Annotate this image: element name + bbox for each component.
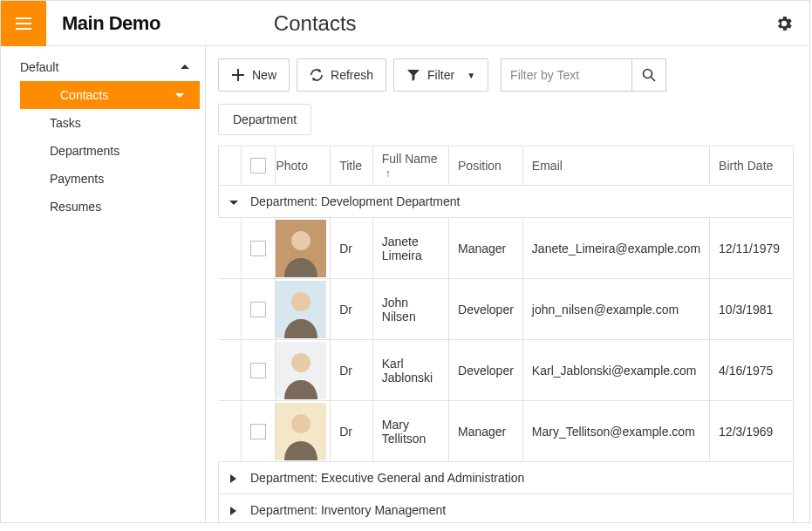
column-header-full-name-label: Full Name bbox=[382, 152, 438, 166]
plus-icon bbox=[231, 68, 245, 82]
cell-email: Mary_Tellitson@example.com bbox=[522, 401, 709, 462]
column-header-position[interactable]: Position bbox=[449, 146, 523, 186]
cell-birth-date: 12/11/1979 bbox=[710, 218, 794, 279]
sidebar-group-default[interactable]: Default bbox=[1, 53, 205, 81]
group-label: Department: Inventory Management bbox=[250, 503, 446, 517]
cell-title: Dr bbox=[331, 218, 373, 279]
filter-button-label: Filter bbox=[427, 68, 454, 82]
refresh-button[interactable]: Refresh bbox=[297, 58, 386, 92]
column-header-birth-date[interactable]: Birth Date bbox=[710, 146, 794, 186]
sort-asc-icon: ↑ bbox=[386, 167, 391, 180]
group-chip-department[interactable]: Department bbox=[218, 104, 311, 135]
refresh-icon bbox=[310, 68, 324, 82]
group-panel: Department bbox=[218, 104, 794, 135]
contact-photo bbox=[276, 281, 326, 338]
new-button[interactable]: New bbox=[218, 58, 290, 92]
caret-right-icon bbox=[226, 474, 242, 483]
cell-email: Janete_Limeira@example.com bbox=[522, 218, 709, 279]
sidebar-group-label: Default bbox=[20, 60, 58, 74]
cell-position: Manager bbox=[449, 218, 523, 279]
svg-point-8 bbox=[291, 414, 310, 433]
cell-full-name: Mary Tellitson bbox=[372, 401, 448, 462]
column-header-expand bbox=[219, 146, 242, 186]
caret-down-icon bbox=[226, 198, 242, 207]
hamburger-icon bbox=[13, 13, 34, 34]
cell-title: Dr bbox=[331, 279, 373, 340]
svg-point-6 bbox=[291, 353, 310, 372]
column-header-title[interactable]: Title bbox=[331, 146, 373, 186]
search-icon bbox=[642, 68, 656, 82]
page-title: Contacts bbox=[274, 11, 357, 36]
sidebar-item-tasks[interactable]: Tasks bbox=[1, 109, 205, 137]
filter-icon bbox=[406, 68, 420, 82]
cell-position: Manager bbox=[449, 401, 523, 462]
contact-photo bbox=[276, 220, 326, 277]
group-label: Department: Development Department bbox=[250, 194, 460, 208]
select-all-checkbox[interactable] bbox=[250, 158, 266, 174]
svg-point-0 bbox=[644, 70, 652, 78]
group-row[interactable]: Department: Development Department bbox=[219, 186, 794, 218]
cell-email: john_nilsen@example.com bbox=[522, 279, 709, 340]
table-row[interactable]: DrKarl JablonskiDeveloperKarl_Jablonski@… bbox=[219, 340, 794, 401]
main-content: New Refresh Filter ▼ bbox=[206, 46, 809, 522]
cell-title: Dr bbox=[331, 340, 373, 401]
sidebar-item-label: Contacts bbox=[60, 88, 108, 102]
group-label: Department: Executive General and Admini… bbox=[250, 471, 524, 485]
sidebar-item-payments[interactable]: Payments bbox=[1, 165, 205, 193]
cell-full-name: John Nilsen bbox=[372, 279, 448, 340]
cell-position: Developer bbox=[449, 279, 523, 340]
column-header-email[interactable]: Email bbox=[522, 146, 709, 186]
caret-right-icon bbox=[226, 507, 242, 515]
svg-point-4 bbox=[291, 292, 310, 311]
cell-full-name: Karl Jablonski bbox=[372, 340, 448, 401]
caret-down-icon: ▼ bbox=[467, 71, 475, 80]
app-header: Main Demo Contacts bbox=[1, 1, 809, 46]
sidebar-item-label: Tasks bbox=[50, 116, 81, 130]
row-checkbox[interactable] bbox=[250, 302, 266, 317]
group-row[interactable]: Department: Inventory Management bbox=[219, 494, 794, 523]
table-row[interactable]: DrJohn NilsenDeveloperjohn_nilsen@exampl… bbox=[219, 279, 794, 340]
sidebar-item-contacts[interactable]: Contacts bbox=[20, 81, 200, 109]
caret-up-icon bbox=[181, 63, 189, 71]
column-header-photo[interactable]: Photo bbox=[276, 146, 331, 186]
hamburger-menu-button[interactable] bbox=[1, 1, 46, 46]
table-row[interactable]: DrJanete LimeiraManagerJanete_Limeira@ex… bbox=[219, 218, 794, 279]
cell-email: Karl_Jablonski@example.com bbox=[522, 340, 709, 401]
search-button[interactable] bbox=[631, 58, 666, 92]
column-header-full-name[interactable]: Full Name ↑ bbox=[372, 146, 448, 186]
contact-photo bbox=[276, 342, 326, 399]
cell-birth-date: 10/3/1981 bbox=[710, 279, 794, 340]
sidebar-item-label: Resumes bbox=[50, 200, 101, 214]
column-header-select[interactable] bbox=[241, 146, 276, 186]
row-checkbox[interactable] bbox=[250, 424, 266, 439]
sidebar: Default ContactsTasksDepartmentsPayments… bbox=[1, 46, 206, 522]
row-checkbox[interactable] bbox=[250, 363, 266, 378]
table-row[interactable]: DrMary TellitsonManagerMary_Tellitson@ex… bbox=[219, 401, 794, 462]
app-title: Main Demo bbox=[62, 12, 160, 35]
filter-button[interactable]: Filter ▼ bbox=[393, 58, 488, 92]
sidebar-item-label: Payments bbox=[50, 172, 104, 186]
cell-full-name: Janete Limeira bbox=[372, 218, 448, 279]
search-input[interactable] bbox=[501, 58, 631, 92]
row-checkbox[interactable] bbox=[250, 241, 266, 256]
svg-point-2 bbox=[291, 231, 310, 250]
sidebar-item-label: Departments bbox=[50, 144, 119, 158]
cell-title: Dr bbox=[331, 401, 373, 462]
new-button-label: New bbox=[252, 68, 276, 82]
settings-button[interactable] bbox=[774, 14, 794, 33]
contact-photo bbox=[276, 403, 326, 460]
gear-icon bbox=[774, 14, 794, 33]
refresh-button-label: Refresh bbox=[331, 68, 373, 82]
toolbar: New Refresh Filter ▼ bbox=[218, 58, 794, 92]
sidebar-item-resumes[interactable]: Resumes bbox=[1, 193, 205, 221]
cell-position: Developer bbox=[449, 340, 523, 401]
sidebar-item-departments[interactable]: Departments bbox=[1, 137, 205, 165]
cell-birth-date: 12/3/1969 bbox=[710, 401, 794, 462]
cell-birth-date: 4/16/1975 bbox=[710, 340, 794, 401]
caret-down-icon bbox=[175, 91, 184, 99]
group-row[interactable]: Department: Executive General and Admini… bbox=[219, 462, 794, 494]
contacts-grid: Photo Title Full Name ↑ Position Email B… bbox=[218, 146, 794, 522]
